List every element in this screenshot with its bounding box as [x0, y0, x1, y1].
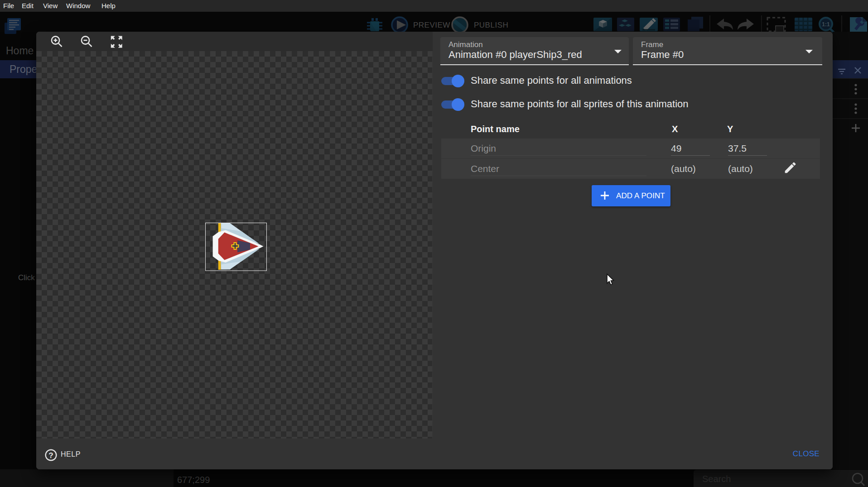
svg-text:PREVIEW: PREVIEW	[413, 21, 450, 29]
svg-text:PUBLISH: PUBLISH	[474, 21, 508, 29]
svg-text:?: ?	[48, 451, 53, 460]
svg-text:1:1: 1:1	[822, 21, 830, 28]
